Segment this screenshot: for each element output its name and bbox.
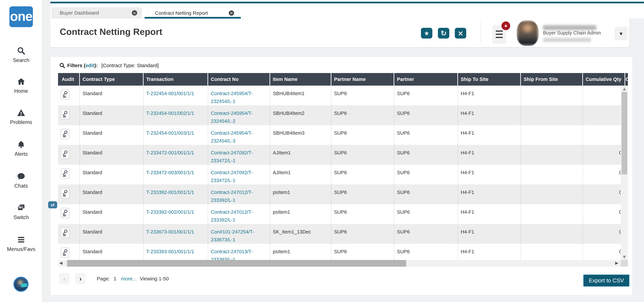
next-page-button[interactable]: › [75,273,86,285]
column-header-partner-name[interactable]: Partner Name [332,73,394,86]
ship-to-site-cell: H4-F1 [458,244,521,260]
audit-icon[interactable] [61,208,70,218]
contract-no-link[interactable]: Contract-247092/T-233472/L-1 [211,150,253,163]
transaction-link[interactable]: T-232454-001/003/1/1 [146,130,194,136]
close-report-button[interactable]: × [455,28,466,38]
swap-arrows-icon[interactable]: ⇄ [48,201,57,208]
contract-no-link[interactable]: Contract-247013/T-233393/L-1 [211,249,253,260]
vertical-scrollbar-thumb[interactable] [622,92,627,174]
transaction-link[interactable]: T-233393-001/001/1/1 [146,249,194,254]
column-header-partner[interactable]: Partner [394,73,458,86]
transaction-link[interactable]: T-232454-001/002/1/1 [146,111,194,116]
close-icon[interactable]: × [132,10,137,15]
sidebar-item-label: Chats [14,183,28,189]
partner-name-cell: SUP6 [332,165,394,184]
audit-icon[interactable] [61,168,70,179]
transaction-cell: T-232454-001/002/1/1 [144,105,208,125]
sidebar-item-chats[interactable]: Chats [0,172,42,189]
ai-assistant-button[interactable] [14,277,28,292]
tab-buyer-dashboard[interactable]: Buyer Dashboard × [52,7,142,18]
contract-no-link[interactable]: Contract-247012/T-233392/L-1 [211,209,253,223]
vertical-scrollbar[interactable]: ▲ ▼ [621,86,628,260]
contract-no-link[interactable]: Contract-247012/T-233392/L-1 [211,190,253,203]
menu-bar [496,30,503,32]
column-header-audit[interactable]: Audit [58,73,80,86]
audit-icon[interactable] [61,149,70,159]
scroll-right-icon[interactable]: ▶ [615,261,618,265]
audit-icon[interactable] [61,228,70,238]
sidebar-item-label: Home [14,88,28,94]
audit-icon[interactable] [61,188,70,198]
sidebar-item-switch[interactable]: ⇄ Switch [0,204,42,220]
horizontal-scrollbar[interactable]: ◀ ▶ [58,260,628,267]
contract-no-cell: Con#101-247254/T-233673/L-1 [208,224,270,244]
ship-from-site-cell [521,224,583,244]
tab-label: Buyer Dashboard [52,10,99,16]
column-header-contract-type[interactable]: Contract Type [80,73,144,86]
partner-name-cell: SUP6 [332,145,394,165]
refresh-button[interactable]: ↻ [438,28,449,38]
contract-no-link[interactable]: Contract-245954/T-232454/L-3 [211,130,253,144]
one-logo[interactable]: one [10,6,33,27]
contract-no-link[interactable]: Contract-245954/T-232454/L-1 [211,91,253,104]
ship-to-site-cell: H4-F1 [458,165,521,184]
sidebar-item-menus-favs[interactable]: Menus/Favs [0,236,42,252]
partner-cell: SUP6 [394,204,458,224]
audit-icon[interactable] [61,247,70,258]
transaction-link[interactable]: T-233472-001/001/1/1 [146,150,194,155]
ship-from-site-cell [521,165,583,184]
partner-name-cell: SUP6 [332,105,394,125]
page-header: Contract Netting Report ★ ↻ × ★ Buyer Su… [50,18,629,47]
sidebar-item-search[interactable]: Search [0,47,42,63]
contract-no-link[interactable]: Contract-245954/T-232454/L-2 [211,111,253,124]
audit-cell [58,224,80,244]
partner-cell: SUP6 [394,165,458,184]
column-header-contract-no[interactable]: Contract No [208,73,270,86]
favorite-star-button[interactable]: ★ [421,28,432,38]
transaction-cell: T-233392-001/001/1/1 [144,184,208,204]
transaction-link[interactable]: T-233392-002/001/1/1 [146,209,194,215]
sidebar-item-label: Search [13,57,29,63]
column-header-ship-to-site[interactable]: Ship To Site [458,73,521,86]
sidebar-item-home[interactable]: Home [0,77,42,94]
transaction-link[interactable]: T-233392-001/001/1/1 [146,190,194,195]
column-header-item-name[interactable]: Item Name [270,73,332,86]
page-title: Contract Netting Report [60,26,162,37]
previous-page-button[interactable]: ‹ [59,273,70,285]
column-header-ship-from-site[interactable]: Ship From Site [521,73,583,86]
transaction-link[interactable]: T-233673-001/001/1/1 [146,229,194,235]
top-accent-line [50,2,644,3]
favorites-badge-icon[interactable]: ★ [502,21,510,30]
sidebar-item-problems[interactable]: Problems [0,109,42,125]
transaction-link[interactable]: T-232454-001/001/1/1 [146,91,194,96]
export-to-csv-button[interactable]: Export to CSV [583,275,630,287]
partner-cell: SUP6 [394,86,458,105]
sidebar-item-alerts[interactable]: Alerts [0,140,42,157]
contract-no-link[interactable]: Con#101-247254/T-233673/L-1 [211,229,254,242]
audit-icon[interactable] [61,89,70,100]
page-label: Page: [97,276,110,282]
audit-cell [58,86,80,105]
scroll-down-icon[interactable]: ▼ [621,255,628,259]
item-name-cell: SBHUB4Item1 [270,86,332,105]
search-icon [17,47,25,56]
more-pages-link[interactable]: more... [121,276,137,282]
audit-icon[interactable] [61,109,70,119]
transaction-link[interactable]: T-233472-003/001/1/1 [146,170,194,175]
user-avatar[interactable] [517,20,538,46]
horizontal-scrollbar-thumb[interactable] [67,260,406,267]
filters-edit-link[interactable]: edit [85,63,94,68]
column-header-clipped: C [625,73,628,86]
close-icon[interactable]: × [229,10,234,16]
table-row: Standard T-232454-001/001/1/1 Contract-2… [58,86,628,105]
contract-no-link[interactable]: Contract-247092/T-233472/L-1 [211,170,253,183]
scroll-left-icon[interactable]: ◀ [59,261,62,265]
scroll-up-icon[interactable]: ▲ [621,87,628,91]
column-header-transaction[interactable]: Transaction [144,73,208,86]
audit-cell [58,184,80,204]
column-header-cumulative-qty[interactable]: Cumulative Qty [583,73,625,86]
audit-icon[interactable] [61,129,70,139]
partner-name-cell: SUP6 [332,224,394,244]
user-menu-caret-button[interactable]: ▾ [614,27,628,40]
item-name-cell: psItem1 [270,184,332,204]
